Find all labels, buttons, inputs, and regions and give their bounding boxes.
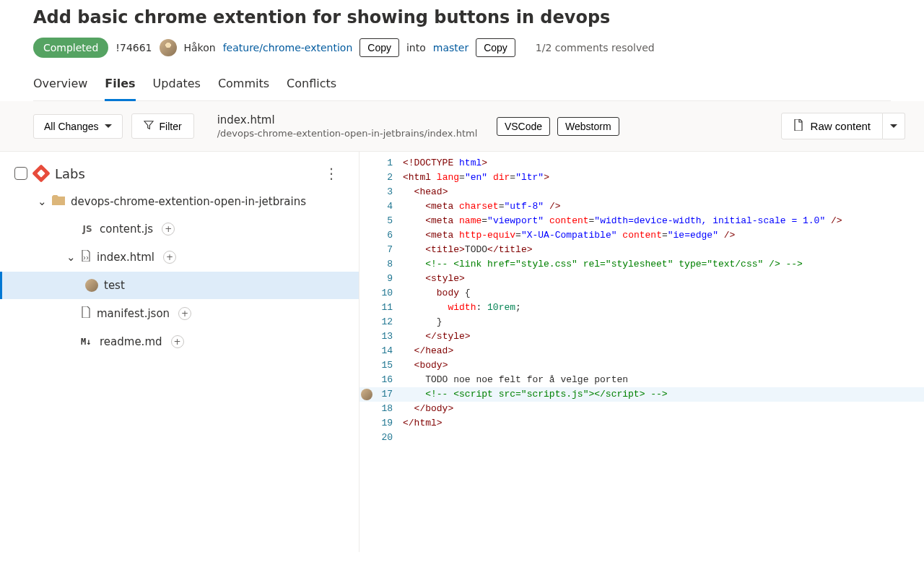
folder-icon xyxy=(52,195,65,208)
file-tree: Labs ⋮ ⌄ devops-chrome-extention-open-in… xyxy=(0,152,359,552)
tree-file-manifest-json[interactable]: manifest.json + xyxy=(0,299,359,328)
chevron-down-icon xyxy=(105,124,112,128)
status-badge: Completed xyxy=(33,38,108,58)
line-number: 4 xyxy=(374,199,403,214)
code-content: width: 10rem; xyxy=(403,301,521,315)
tree-more-button[interactable]: ⋮ xyxy=(318,165,344,182)
code-line[interactable]: 3 <head> xyxy=(359,185,924,199)
code-line[interactable]: 8 <!-- <link href="style.css" rel="style… xyxy=(359,257,924,272)
markdown-file-icon: M↓ xyxy=(81,337,94,347)
line-number: 2 xyxy=(374,171,403,185)
code-line[interactable]: 12 } xyxy=(359,315,924,329)
filter-button[interactable]: Filter xyxy=(131,113,194,139)
code-line[interactable]: 4 <meta charset="utf-8" /> xyxy=(359,199,924,214)
code-line[interactable]: 14 </head> xyxy=(359,344,924,358)
raw-content-more-button[interactable] xyxy=(883,113,905,139)
code-line[interactable]: 6 <meta http-equiv="X-UA-Compatible" con… xyxy=(359,228,924,243)
source-branch-link[interactable]: feature/chrome-extention xyxy=(223,42,353,53)
tree-file-readme-md[interactable]: M↓ readme.md + xyxy=(0,328,359,355)
added-badge-icon: + xyxy=(162,223,175,236)
raw-content-label: Raw content xyxy=(811,120,871,132)
code-content: </body> xyxy=(403,402,453,416)
open-in-vscode-button[interactable]: VSCode xyxy=(497,117,550,136)
line-number: 12 xyxy=(374,315,403,329)
code-content: body { xyxy=(403,286,471,301)
code-content: <title>TODO</title> xyxy=(403,243,533,257)
avatar xyxy=(85,279,98,292)
line-number: 20 xyxy=(374,431,403,445)
tab-commits[interactable]: Commits xyxy=(218,77,269,101)
copy-source-branch-button[interactable]: Copy xyxy=(359,38,399,57)
tree-comment-label: test xyxy=(104,279,125,292)
comments-resolved: 1/2 comments resolved xyxy=(536,42,655,53)
code-line[interactable]: 11 width: 10rem; xyxy=(359,301,924,315)
code-content: <body> xyxy=(403,358,448,373)
code-content: TODO noe noe felt for å velge porten xyxy=(403,373,628,387)
tree-folder-label: devops-chrome-extention-open-in-jetbrain… xyxy=(71,195,306,208)
tree-file-index-html[interactable]: ⌄ index.html + xyxy=(0,243,359,272)
line-number: 19 xyxy=(374,416,403,431)
avatar[interactable] xyxy=(160,39,177,56)
code-content: </html> xyxy=(403,416,443,431)
code-line[interactable]: 15 <body> xyxy=(359,358,924,373)
line-number: 16 xyxy=(374,373,403,387)
line-number: 17 xyxy=(374,387,403,402)
repo-icon xyxy=(32,164,50,182)
code-content: <meta charset="utf-8" /> xyxy=(403,199,561,214)
tree-root-label: Labs xyxy=(55,166,85,181)
tree-root-checkbox[interactable] xyxy=(14,167,27,180)
tree-comment-thread[interactable]: test xyxy=(0,272,359,299)
pr-id: !74661 xyxy=(116,42,152,53)
open-in-webstorm-button[interactable]: Webstorm xyxy=(557,117,619,136)
tab-conflicts[interactable]: Conflicts xyxy=(287,77,336,101)
json-file-icon xyxy=(81,306,91,321)
code-content: </style> xyxy=(403,329,471,344)
line-number: 9 xyxy=(374,272,403,286)
code-line[interactable]: 10 body { xyxy=(359,286,924,301)
code-line[interactable]: 5 <meta name="viewport" content="width=d… xyxy=(359,214,924,228)
code-viewer[interactable]: 1<!DOCTYPE html>2<html lang="en" dir="lt… xyxy=(359,152,924,552)
target-branch-link[interactable]: master xyxy=(433,42,468,53)
code-content: </head> xyxy=(403,344,453,358)
code-line[interactable]: 16 TODO noe noe felt for å velge porten xyxy=(359,373,924,387)
code-line[interactable]: 19</html> xyxy=(359,416,924,431)
chevron-down-icon: ⌄ xyxy=(66,251,75,264)
line-number: 14 xyxy=(374,344,403,358)
line-number: 1 xyxy=(374,156,403,171)
added-badge-icon: + xyxy=(163,251,176,264)
tree-file-label: index.html xyxy=(97,251,154,264)
code-line[interactable]: 17 <!-- <script src="scripts.js"></scrip… xyxy=(359,387,924,402)
tree-file-label: readme.md xyxy=(100,335,162,348)
line-number: 6 xyxy=(374,228,403,243)
avatar[interactable] xyxy=(361,389,372,400)
html-file-icon xyxy=(81,250,91,264)
code-content: <!DOCTYPE html> xyxy=(403,156,487,171)
code-line[interactable]: 18 </body> xyxy=(359,402,924,416)
page-title: Add basic chrome extention for showing b… xyxy=(33,7,891,27)
code-line[interactable]: 1<!DOCTYPE html> xyxy=(359,156,924,171)
tab-updates[interactable]: Updates xyxy=(153,77,201,101)
tab-overview[interactable]: Overview xyxy=(33,77,87,101)
raw-content-button[interactable]: Raw content xyxy=(781,113,883,139)
line-number: 13 xyxy=(374,329,403,344)
code-content: } xyxy=(403,315,443,329)
line-number: 10 xyxy=(374,286,403,301)
tree-folder[interactable]: ⌄ devops-chrome-extention-open-in-jetbra… xyxy=(0,188,359,215)
line-number: 7 xyxy=(374,243,403,257)
tree-file-label: content.js xyxy=(100,223,153,236)
into-label: into xyxy=(406,42,426,53)
code-line[interactable]: 20 xyxy=(359,431,924,445)
code-content: <!-- <script src="scripts.js"></script> … xyxy=(403,387,668,402)
code-line[interactable]: 13 </style> xyxy=(359,329,924,344)
tree-file-content-js[interactable]: JS content.js + xyxy=(0,215,359,243)
filter-icon xyxy=(144,120,154,132)
tab-files[interactable]: Files xyxy=(105,77,135,101)
code-line[interactable]: 2<html lang="en" dir="ltr"> xyxy=(359,171,924,185)
added-badge-icon: + xyxy=(171,335,184,348)
code-line[interactable]: 9 <style> xyxy=(359,272,924,286)
added-badge-icon: + xyxy=(178,307,191,320)
code-line[interactable]: 7 <title>TODO</title> xyxy=(359,243,924,257)
line-number: 18 xyxy=(374,402,403,416)
all-changes-dropdown[interactable]: All Changes xyxy=(33,114,123,139)
copy-target-branch-button[interactable]: Copy xyxy=(476,38,515,57)
